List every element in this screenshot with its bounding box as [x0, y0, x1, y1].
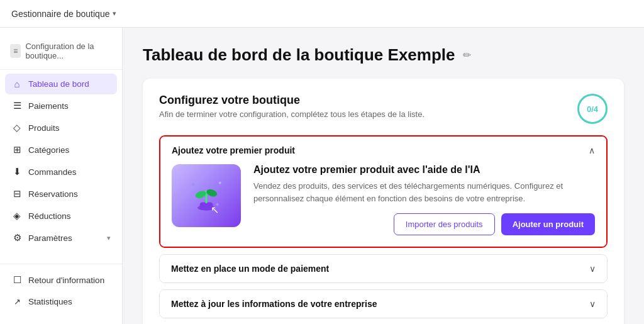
stats-icon: ↗ — [11, 297, 23, 306]
sidebar-top: ≡ Configuration de la boutique... — [0, 34, 122, 70]
accordion-body-premier-produit: ✦ ✦ ✦ ↖ Ajoutez votre premier produit av… — [160, 164, 606, 247]
layout: ≡ Configuration de la boutique... ⌂ Tabl… — [0, 28, 644, 324]
add-product-button[interactable]: Ajouter un produit — [501, 213, 595, 235]
svg-text:✦: ✦ — [190, 181, 196, 189]
sidebar-item-statistiques[interactable]: ↗ Statistiques — [5, 292, 117, 311]
accordion-item-premier-produit: Ajoutez votre premier produit ∧ — [159, 135, 608, 248]
sidebar-item-label: Paramètres — [28, 233, 72, 243]
svg-text:✦: ✦ — [218, 180, 223, 186]
main-content: Tableau de bord de la boutique Exemple ✏… — [123, 28, 644, 324]
sidebar-nav: ⌂ Tableau de bord ☰ Paiements ◇ Produits… — [0, 74, 122, 261]
sidebar-item-label: Réductions — [28, 211, 71, 221]
sidebar-item-parametres[interactable]: ⚙ Paramètres ▾ — [5, 227, 117, 249]
sidebar-item-label: Commandes — [28, 167, 77, 177]
chevron-up-icon: ∧ — [589, 145, 595, 155]
top-bar-chevron: ▾ — [113, 9, 116, 18]
chevron-down-icon: ∨ — [589, 264, 596, 274]
svg-text:↖: ↖ — [211, 204, 219, 215]
sidebar-item-commandes[interactable]: ⬇ Commandes — [5, 161, 117, 182]
sidebar-item-label: Catégories — [28, 145, 69, 155]
product-icon: ◇ — [11, 122, 23, 133]
chevron-down-icon: ∨ — [589, 299, 596, 309]
home-icon: ⌂ — [11, 79, 23, 89]
sidebar-item-label: Réservations — [28, 189, 78, 199]
accordion-header-premier-produit[interactable]: Ajoutez votre premier produit ∧ — [160, 137, 606, 164]
chevron-down-icon: ▾ — [107, 234, 111, 242]
sidebar-item-paiements[interactable]: ☰ Paiements — [5, 95, 117, 116]
accordion-title: Ajoutez votre premier produit — [172, 145, 295, 155]
sidebar-item-label: Retour d'information — [28, 276, 104, 285]
product-content-title: Ajoutez votre premier produit avec l'aid… — [253, 164, 595, 176]
sidebar-item-retour-information[interactable]: ☐ Retour d'information — [5, 269, 117, 291]
page-title: Tableau de bord de la boutique Exemple — [143, 45, 455, 65]
sidebar-config[interactable]: ≡ Configuration de la boutique... — [9, 39, 113, 63]
sidebar-item-label: Paiements — [28, 101, 69, 111]
sidebar-item-label: Tableau de bord — [28, 79, 89, 89]
sidebar-item-tableau-de-bord[interactable]: ⌂ Tableau de bord — [5, 74, 117, 94]
reservations-icon: ⊟ — [11, 188, 23, 199]
sidebar-item-categories[interactable]: ⊞ Catégories — [5, 139, 117, 160]
sidebar: ≡ Configuration de la boutique... ⌂ Tabl… — [0, 28, 123, 324]
product-illustration: ✦ ✦ ✦ ↖ — [172, 164, 241, 227]
accordion-header-mode-paiement[interactable]: Mettez en place un mode de paiement ∨ — [160, 255, 607, 282]
accordion-item-infos-entreprise: Mettez à jour les informations de votre … — [159, 289, 608, 318]
sidebar-bottom: ☐ Retour d'information ↗ Statistiques — [0, 264, 122, 318]
product-content-desc: Vendez des produits, des services et des… — [253, 180, 595, 204]
product-section: ✦ ✦ ✦ ↖ Ajoutez votre premier produit av… — [172, 164, 595, 235]
sidebar-item-reductions[interactable]: ◈ Réductions — [5, 205, 117, 226]
accordion-title: Mettez en place un mode de paiement — [171, 264, 329, 274]
setup-card-header: Configurez votre boutique Afin de termin… — [159, 94, 608, 124]
top-bar-menu[interactable]: Gestionnaire de boutique ▾ — [11, 9, 116, 19]
setup-card-title: Configurez votre boutique — [159, 94, 425, 107]
sidebar-item-label: Statistiques — [28, 297, 72, 306]
import-products-button[interactable]: Importer des produits — [394, 213, 495, 235]
page-header: Tableau de bord de la boutique Exemple ✏ — [143, 45, 624, 65]
product-content: Ajoutez votre premier produit avec l'aid… — [253, 164, 595, 235]
product-actions: Importer des produits Ajouter un produit — [253, 213, 595, 235]
setup-card: Configurez votre boutique Afin de termin… — [143, 79, 624, 324]
edit-icon[interactable]: ✏ — [463, 49, 471, 61]
top-bar-title-text: Gestionnaire de boutique — [11, 9, 109, 19]
sidebar-item-reservations[interactable]: ⊟ Réservations — [5, 183, 117, 204]
setup-card-subtitle: Afin de terminer votre configuration, co… — [159, 109, 425, 119]
accordion-item-mode-paiement: Mettez en place un mode de paiement ∨ — [159, 254, 608, 283]
top-bar: Gestionnaire de boutique ▾ — [0, 0, 644, 28]
sidebar-config-label: Configuration de la boutique... — [25, 42, 112, 60]
orders-icon: ⬇ — [11, 166, 23, 177]
config-icon: ≡ — [10, 44, 21, 58]
progress-circle: 0/4 — [577, 94, 608, 124]
categories-icon: ⊞ — [11, 144, 23, 155]
product-illustration-svg: ✦ ✦ ✦ ↖ — [184, 174, 228, 218]
payment-icon: ☰ — [11, 100, 23, 111]
sidebar-item-label: Produits — [28, 123, 60, 133]
sidebar-item-produits[interactable]: ◇ Produits — [5, 117, 117, 138]
setup-card-text: Configurez votre boutique Afin de termin… — [159, 94, 425, 119]
accordion-title: Mettez à jour les informations de votre … — [171, 299, 377, 309]
reductions-icon: ◈ — [11, 210, 23, 221]
accordion-header-infos-entreprise[interactable]: Mettez à jour les informations de votre … — [160, 290, 607, 318]
feedback-icon: ☐ — [11, 274, 23, 286]
settings-icon: ⚙ — [11, 232, 23, 243]
